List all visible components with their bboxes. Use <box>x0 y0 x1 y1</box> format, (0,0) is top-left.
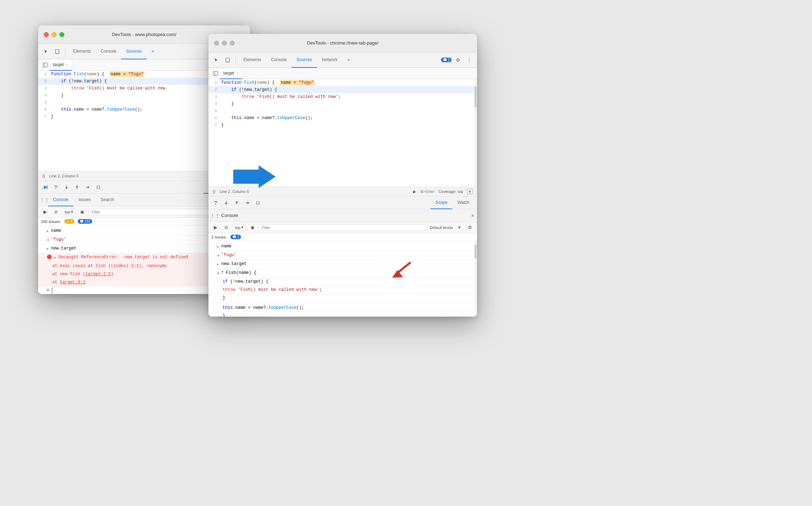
badge-count-2: 2 <box>448 58 450 62</box>
deactivate-btn-2[interactable] <box>254 199 262 207</box>
tab-more-1[interactable]: » <box>147 44 159 59</box>
chat-badge-2: 💬 2 <box>441 58 452 62</box>
scrollbar-thumb-2[interactable] <box>475 86 477 107</box>
console2-line-fn: ◀ f Fish(name) { <box>208 269 477 278</box>
toolbar-separator-2 <box>235 57 236 64</box>
console-section-2: ⋮⋮ Console × ▶ ⊘ top ▾ ◉ Default levels … <box>208 209 477 317</box>
close-file-tab-2[interactable]: × <box>236 71 239 75</box>
toolbar-right-2: 💬 2 ⚙ ⋮ <box>441 55 474 65</box>
coverage-toggle-2[interactable]: ▾ <box>467 189 473 194</box>
step-btn-2[interactable] <box>243 199 252 207</box>
gear-icon-2[interactable]: ⚙ <box>453 55 463 65</box>
svg-line-5 <box>57 186 57 187</box>
code2-line-6: 6 this.name = name?.toUpperCase(); <box>208 114 477 122</box>
top-dropdown-1[interactable]: top ▾ <box>62 208 76 215</box>
traffic-lights-2 <box>214 41 235 46</box>
code2-line-5: 5 <box>208 107 477 114</box>
minimize-button-2[interactable] <box>222 41 227 46</box>
scope-tab-2[interactable]: Scope <box>430 196 452 209</box>
console2-line-fn2: throw 'Fish() must be called with new'; <box>208 286 477 294</box>
step-into-btn-2[interactable] <box>222 199 230 207</box>
console2-line-fn1: if (!new.target) { <box>208 278 477 286</box>
close-file-tab-1[interactable]: × <box>66 63 68 66</box>
eye-btn-1[interactable]: ◉ <box>78 208 86 216</box>
device-icon-2[interactable] <box>223 55 233 65</box>
info-badge-1: 💬 152 <box>78 219 92 224</box>
tab-more-2[interactable]: » <box>342 52 355 68</box>
maximize-button-1[interactable] <box>59 32 64 37</box>
deactivate-btn-1[interactable] <box>94 183 102 192</box>
console-tab-1[interactable]: Console <box>48 194 73 206</box>
device-icon[interactable] <box>52 47 62 57</box>
search-tab-1[interactable]: Search <box>96 194 119 206</box>
debug-toolbar-2: Scope Watch <box>208 196 477 209</box>
run-icon-2[interactable]: ▶ <box>413 189 416 194</box>
scrollbar-2[interactable] <box>474 79 477 187</box>
clear-console-btn-2[interactable]: ▶ <box>211 223 220 232</box>
tab-elements-1[interactable]: Elements <box>68 44 96 59</box>
sidebar-toggle-2[interactable] <box>211 69 220 78</box>
console-close-btn-2[interactable]: × <box>471 213 474 218</box>
red-arrow <box>385 259 413 282</box>
more-icon-2[interactable]: ⋮ <box>464 55 474 65</box>
console-more-dots-2[interactable]: ⋮⋮ <box>211 212 218 219</box>
curly-braces-icon-2: {} <box>213 189 215 194</box>
traffic-lights-1 <box>44 32 64 37</box>
tab-sources-1[interactable]: Sources <box>121 44 147 59</box>
issues-tab-1[interactable]: Issues <box>73 194 96 206</box>
tab-sources-2[interactable]: Sources <box>292 52 317 68</box>
filter-input-1[interactable] <box>88 209 220 215</box>
scrollbar-thumb-console-2[interactable] <box>475 245 477 259</box>
block-btn-1[interactable]: ⊘ <box>52 208 60 216</box>
cursor-icon[interactable] <box>41 47 51 57</box>
step-over-btn-2[interactable] <box>211 199 220 207</box>
top-dropdown-2[interactable]: top ▾ <box>233 224 246 231</box>
console2-line-fn3: } <box>208 294 477 302</box>
console2-line-fn5: this.name = name?.toUpperCase(); <box>208 304 477 312</box>
close-button-2[interactable] <box>214 41 219 46</box>
file-tab-target-1[interactable]: target × <box>49 59 72 71</box>
status-line-1: Line 2, Column 5 <box>49 174 78 178</box>
tab-console-2[interactable]: Console <box>266 52 292 68</box>
code2-line-2: 2 if (!new.target) { <box>208 86 477 93</box>
console-title-2: Console <box>218 213 241 218</box>
cursor-icon-2[interactable] <box>211 55 221 65</box>
step-out-btn-1[interactable] <box>73 183 81 192</box>
code2-line-4: 4 } <box>208 100 477 107</box>
resume-btn-1[interactable] <box>41 183 49 192</box>
file-tab-target-2[interactable]: target × <box>220 68 242 79</box>
eye-btn-2[interactable]: ◉ <box>248 223 257 232</box>
tab-elements-2[interactable]: Elements <box>239 52 266 68</box>
filter-input-2[interactable] <box>259 224 426 231</box>
step-btn-1[interactable] <box>83 183 92 192</box>
sidebar-toggle-1[interactable] <box>41 61 49 69</box>
maximize-button-2[interactable] <box>230 41 235 46</box>
tab-console-1[interactable]: Console <box>96 44 121 59</box>
issues-count-text-2: 2 Issues: <box>211 235 227 239</box>
step-out-btn-2[interactable] <box>233 199 241 207</box>
console-settings-2[interactable]: ⚙ <box>466 223 474 232</box>
step-over-btn-1[interactable] <box>52 183 60 192</box>
scrollbar-console-2[interactable] <box>474 241 477 317</box>
svg-rect-2 <box>43 63 47 67</box>
console2-line-fugu: ◀ 'fugu' <box>208 251 477 260</box>
code2-line-1: 1 function Fish(name) { name = "fugu" <box>208 79 477 86</box>
code2-line-7: 7 } <box>208 122 477 129</box>
minimize-button-1[interactable] <box>52 32 57 37</box>
block-btn-2[interactable]: ⊘ <box>222 223 230 232</box>
watch-tab-2[interactable]: Watch <box>452 196 474 209</box>
console-toolbar-2: ▶ ⊘ top ▾ ◉ Default levels ▾ ⚙ <box>208 222 477 233</box>
svg-line-16 <box>216 201 217 202</box>
toolbar-separator-1 <box>65 48 65 55</box>
step-into-btn-1[interactable] <box>62 183 71 192</box>
debug-tabs-2: Scope Watch <box>430 196 474 209</box>
clear-console-btn-1[interactable]: ▶ <box>41 208 49 216</box>
svg-marker-11 <box>233 165 276 188</box>
code2-line-3: 3 throw 'Fish() must be called with new'… <box>208 93 477 100</box>
close-button-1[interactable] <box>44 32 49 37</box>
devtools-toolbar-2: Elements Console Sources Network » 💬 2 ⚙… <box>208 52 477 68</box>
console-more-icon[interactable]: ⋮⋮ <box>41 196 48 204</box>
info-badge-2: 💬 2 <box>230 235 241 239</box>
tab-network-2[interactable]: Network <box>317 52 342 68</box>
console-gear-2[interactable]: ▾ <box>455 223 464 232</box>
